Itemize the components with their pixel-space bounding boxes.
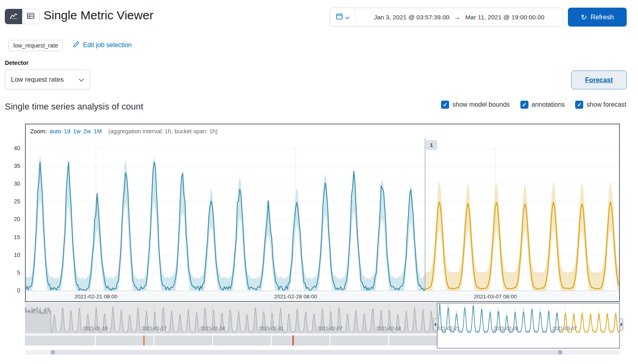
context-tick-label: 2021-03-07 xyxy=(552,326,577,331)
y-tick-label: 30 xyxy=(14,180,20,187)
actual-line xyxy=(26,161,425,290)
context-tick-label: 2021-01-17 xyxy=(142,326,167,331)
checkbox-show-forecast[interactable]: ✓ xyxy=(575,101,583,109)
aggregation-info: (aggregation interval: 1h, bucket span: … xyxy=(108,128,218,134)
y-tick-label: 15 xyxy=(14,234,20,240)
edit-job-selection-link[interactable]: Edit job selection xyxy=(73,41,132,49)
date-picker: Jan 3, 2021 @ 03:57:39.00 → Mar 11, 2021… xyxy=(329,8,563,27)
x-tick-label: 2021-02-28 08:00 xyxy=(274,294,317,300)
page-title: Single Metric Viewer xyxy=(44,8,153,22)
detector-selected-value: Low request rates xyxy=(11,76,64,83)
pencil-icon xyxy=(73,41,80,49)
forecast-button[interactable]: Forecast xyxy=(571,70,627,89)
main-chart: Zoom: auto1d1w2w1M (aggregation interval… xyxy=(25,124,620,302)
zoom-options: auto1d1w2w1M xyxy=(50,128,102,134)
context-tick-label: 2021-02-21 xyxy=(435,326,460,331)
context-tick-label: 2021-02-28 xyxy=(493,326,518,331)
y-tick-label: 0 xyxy=(17,287,20,294)
refresh-label: Refresh xyxy=(590,13,614,21)
chart-toggles: ✓show model bounds✓annotations✓show fore… xyxy=(441,99,626,110)
time-range-end[interactable]: Mar 11, 2021 @ 19:00:00.00 xyxy=(465,14,544,21)
detector-select[interactable]: Low request rates xyxy=(5,70,90,89)
chevron-down-icon xyxy=(345,14,350,21)
scrollbar-thumb[interactable] xyxy=(51,350,562,355)
table-icon xyxy=(27,13,34,20)
checkbox-annotations[interactable]: ✓ xyxy=(520,101,528,109)
context-tick-label: 2021-01-24 xyxy=(200,326,225,331)
x-tick-label: 2021-02-21 08:00 xyxy=(75,294,118,300)
scrollbar-handle-right[interactable] xyxy=(558,350,562,354)
context-chart[interactable]: 2021-01-102021-01-172021-01-242021-01-31… xyxy=(25,303,620,349)
checkbox-label: show model bounds xyxy=(452,101,510,108)
toggle-show-forecast[interactable]: ✓show forecast xyxy=(575,101,626,109)
swimlane[interactable] xyxy=(25,335,437,345)
model-bounds-area xyxy=(26,155,425,291)
y-tick-label: 20 xyxy=(14,216,20,222)
y-tick-label: 5 xyxy=(17,269,20,276)
chevron-down-icon xyxy=(79,76,84,83)
detector-label: Detector xyxy=(5,60,29,66)
checkbox-label: show forecast xyxy=(586,101,626,108)
context-tick-label: 2021-02-14 xyxy=(376,326,401,331)
toggle-annotations[interactable]: ✓annotations xyxy=(520,101,565,109)
time-range: Jan 3, 2021 @ 03:57:39.00 → Mar 11, 2021… xyxy=(356,8,563,26)
zoom-option-auto[interactable]: auto xyxy=(50,128,61,134)
toggle-show-model-bounds[interactable]: ✓show model bounds xyxy=(441,101,510,109)
y-tick-label: 40 xyxy=(14,145,20,151)
x-tick-label: 2021-03-07 08:00 xyxy=(474,294,517,300)
table-view-button[interactable] xyxy=(22,9,39,24)
swimlane-anomaly-marker[interactable] xyxy=(143,335,145,345)
refresh-button[interactable]: ↻ Refresh xyxy=(568,8,627,27)
scrollbar-handle-left[interactable] xyxy=(51,350,55,354)
calendar-icon xyxy=(336,13,343,21)
chart-view-button[interactable] xyxy=(5,9,22,24)
arrow-right-icon: → xyxy=(454,14,461,21)
refresh-icon: ↻ xyxy=(581,14,587,21)
main-chart-plot[interactable]: 12021-02-21 08:002021-02-28 08:002021-03… xyxy=(26,138,619,301)
edit-job-selection-label: Edit job selection xyxy=(83,41,132,49)
time-range-start[interactable]: Jan 3, 2021 @ 03:57:39.00 xyxy=(374,14,449,21)
job-badge: low_request_rate xyxy=(8,40,63,51)
checkbox-label: annotations xyxy=(532,101,565,108)
y-tick-label: 25 xyxy=(14,198,20,205)
view-toggle-group xyxy=(5,9,39,24)
y-tick-label: 35 xyxy=(14,163,20,169)
y-axis: 0510152025303540 xyxy=(0,124,21,302)
context-tick-label: 2021-01-10 xyxy=(83,326,108,331)
section-title: Single time series analysis of count xyxy=(5,101,143,112)
zoom-option-1d[interactable]: 1d xyxy=(64,128,70,134)
checkbox-show-model-bounds[interactable]: ✓ xyxy=(441,101,449,109)
zoom-bar: Zoom: auto1d1w2w1M (aggregation interval… xyxy=(26,124,619,138)
date-picker-menu-button[interactable] xyxy=(330,8,356,26)
y-tick-label: 10 xyxy=(14,252,20,258)
context-tick-label: 2021-01-31 xyxy=(259,326,284,331)
context-tick-label: 2021-02-07 xyxy=(318,326,343,331)
single-metric-viewer-page: Single Metric Viewer Jan 3, 2021 @ 03:57… xyxy=(0,0,638,364)
swimlane-anomaly-marker[interactable] xyxy=(292,335,294,345)
zoom-option-2w[interactable]: 2w xyxy=(83,128,91,134)
timeline-scrollbar[interactable] xyxy=(25,350,620,355)
line-chart-icon xyxy=(10,13,18,21)
annotation-badge-label: 1 xyxy=(430,142,433,148)
zoom-option-1w[interactable]: 1w xyxy=(73,128,81,134)
zoom-option-1m[interactable]: 1M xyxy=(94,128,102,134)
zoom-label: Zoom: xyxy=(30,128,47,134)
